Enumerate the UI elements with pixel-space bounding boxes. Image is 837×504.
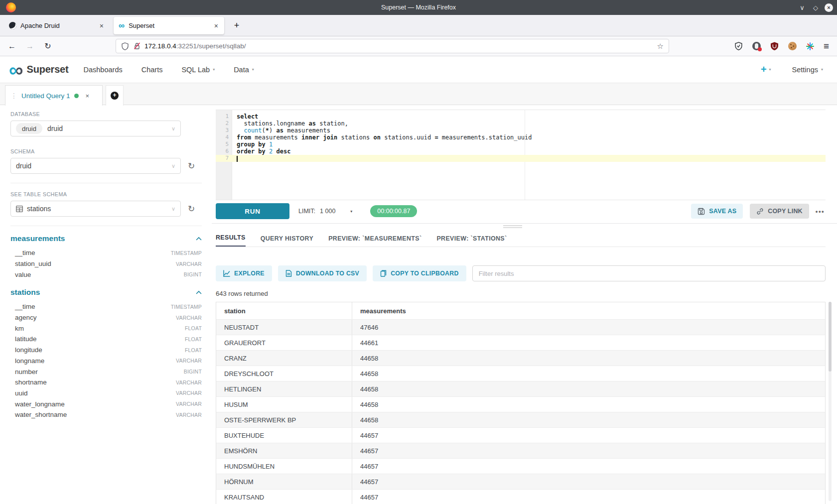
line-number: 2 <box>216 120 232 127</box>
editor-line[interactable]: 7 <box>216 155 826 162</box>
window-maximize-icon[interactable]: ◇ <box>811 4 820 11</box>
tab-close-icon[interactable]: × <box>99 22 105 30</box>
copy-clipboard-button[interactable]: COPY TO CLIPBOARD <box>373 265 466 281</box>
extension-ublock-icon[interactable] <box>770 41 779 51</box>
editor-line[interactable]: 2 stations.longname as station, <box>216 120 826 127</box>
download-csv-button[interactable]: DOWNLOAD TO CSV <box>278 265 367 281</box>
table-row[interactable]: OSTE-SPERRWERK BP44658 <box>216 412 825 427</box>
add-query-tab-button[interactable]: + <box>106 85 124 106</box>
url-path: :32251/superset/sqllab/ <box>176 42 246 50</box>
new-item-button[interactable]: +▾ <box>761 64 771 75</box>
editor-line[interactable]: 6order by 2 desc <box>216 148 826 155</box>
schema-select[interactable]: druid ∨ <box>10 158 181 174</box>
refresh-schemas-icon[interactable]: ↻ <box>188 162 195 170</box>
filter-results-input[interactable] <box>472 265 826 281</box>
extension-mask-icon[interactable] <box>752 41 761 51</box>
extension-colorful-asterisk-icon[interactable] <box>806 41 815 51</box>
superset-navbar: ∞ Superset Dashboards Charts SQL Lab▾ Da… <box>0 56 837 83</box>
download-csv-icon <box>285 270 292 277</box>
query-tab-untitled-query-1[interactable]: ⋮ Untitled Query 1 × <box>5 85 103 106</box>
explore-button[interactable]: EXPLORE <box>216 265 272 281</box>
extension-shield-icon[interactable] <box>734 41 743 51</box>
explore-icon <box>223 270 230 277</box>
lock-insecure-icon[interactable] <box>134 42 140 50</box>
limit-dropdown[interactable]: LIMIT: 1 000 ▾ <box>298 208 352 215</box>
sql-editor[interactable]: 1select2 stations.longname as station,3 … <box>216 110 826 200</box>
row-count-text: 643 rows returned <box>216 290 268 297</box>
window-close-icon[interactable]: × <box>825 3 833 12</box>
more-options-button[interactable]: ••• <box>816 208 825 215</box>
results-tab-preview-stations[interactable]: PREVIEW: `STATIONS` <box>436 235 507 247</box>
superset-logo[interactable]: ∞ Superset <box>9 61 69 78</box>
shield-icon[interactable] <box>121 42 129 50</box>
schema-column: agencyVARCHAR <box>10 312 202 323</box>
tab-close-icon[interactable]: × <box>213 22 219 30</box>
save-as-button[interactable]: SAVE AS <box>691 204 743 219</box>
chevron-up-icon[interactable] <box>196 290 202 294</box>
cell-measurements: 47646 <box>352 320 825 335</box>
table-row[interactable]: HETLINGEN44658 <box>216 381 825 396</box>
nav-item-dashboards[interactable]: Dashboards <box>84 66 123 74</box>
run-button[interactable]: RUN <box>216 203 289 219</box>
cell-measurements: 44658 <box>352 351 825 366</box>
table-row[interactable]: EMSHÖRN44657 <box>216 443 825 458</box>
nav-item-data[interactable]: Data▾ <box>234 66 254 74</box>
browser-tab-apache-druid[interactable]: Apache Druid × <box>4 17 110 34</box>
editor-line[interactable]: 5group by 1 <box>216 141 826 148</box>
table-row[interactable]: NEUSTADT47646 <box>216 319 825 335</box>
query-tab-close-icon[interactable]: × <box>86 92 90 100</box>
menu-icon[interactable]: ≡ <box>824 41 829 52</box>
browser-tabstrip: Apache Druid × ∞ Superset × + <box>0 15 837 36</box>
editor-line[interactable]: 4from measurements inner join stations o… <box>216 134 826 141</box>
editor-line[interactable]: 1select <box>216 113 826 120</box>
results-tab-results[interactable]: RESULTS <box>216 234 246 247</box>
editor-line[interactable]: 3 count(*) as measurements <box>216 127 826 134</box>
table-row[interactable]: CRANZ44658 <box>216 350 825 366</box>
database-select[interactable]: druid druid ∨ <box>10 121 181 136</box>
extension-cookie-icon[interactable] <box>788 41 797 51</box>
code-text: order by 2 desc <box>232 148 290 155</box>
reload-icon[interactable]: ↻ <box>41 36 55 56</box>
table-grid-icon <box>16 206 23 212</box>
url-bar[interactable]: 172.18.0.4:32251/superset/sqllab/ ☆ <box>116 39 669 53</box>
new-tab-button[interactable]: + <box>230 19 243 32</box>
table-row[interactable]: BUXTEHUDE44657 <box>216 427 825 443</box>
nav-item-charts[interactable]: Charts <box>141 66 163 74</box>
table-schema-select[interactable]: stations ∨ <box>10 201 181 217</box>
column-name: __time <box>10 249 35 256</box>
superset-favicon: ∞ <box>119 22 125 29</box>
column-type: VARCHAR <box>176 315 202 321</box>
table-row[interactable]: HÖRNUM44657 <box>216 474 825 489</box>
column-header-station[interactable]: station <box>216 302 352 319</box>
pane-resize-handle[interactable] <box>503 225 522 229</box>
browser-toolbar: ← → ↻ 172.18.0.4:32251/superset/sqllab/ … <box>0 36 837 56</box>
results-tab-query-history[interactable]: QUERY HISTORY <box>261 235 313 247</box>
drag-dots-icon[interactable]: ⋮ <box>10 92 17 100</box>
copy-link-button[interactable]: COPY LINK <box>750 204 809 219</box>
browser-tab-superset[interactable]: ∞ Superset × <box>114 17 224 34</box>
results-table-body: NEUSTADT47646GRAUERORT44661CRANZ44658DRE… <box>216 319 825 504</box>
results-table-header[interactable]: station measurements <box>216 302 825 319</box>
schema-column: numberBIGINT <box>10 366 202 377</box>
table-row[interactable]: GRAUERORT44661 <box>216 335 825 350</box>
results-tab-preview-measurements[interactable]: PREVIEW: `MEASUREMENTS` <box>328 235 421 247</box>
settings-menu[interactable]: Settings▾ <box>792 66 823 74</box>
forward-icon[interactable]: → <box>23 36 37 56</box>
nav-item-sql-lab[interactable]: SQL Lab▾ <box>181 66 215 74</box>
table-row[interactable]: KRAUTSAND44657 <box>216 489 825 504</box>
schema-table-measurements[interactable]: measurements <box>10 234 202 243</box>
column-name: water_longname <box>10 400 65 408</box>
results-scrollbar-thumb[interactable] <box>829 302 832 372</box>
column-header-measurements[interactable]: measurements <box>352 302 825 319</box>
refresh-tables-icon[interactable]: ↻ <box>188 205 195 213</box>
chevron-up-icon[interactable] <box>196 237 202 241</box>
url-text[interactable]: 172.18.0.4:32251/superset/sqllab/ <box>144 42 246 50</box>
table-row[interactable]: DREYSCHLOOT44658 <box>216 366 825 381</box>
table-row[interactable]: HUSUM44658 <box>216 396 825 412</box>
window-minimize-icon[interactable]: ∨ <box>798 4 807 11</box>
schema-table-stations[interactable]: stations <box>10 288 202 297</box>
sqllab-left-panel: DATABASE druid druid ∨ SCHEMA druid ∨ ↻ … <box>5 105 208 422</box>
bookmark-star-icon[interactable]: ☆ <box>657 42 664 51</box>
back-icon[interactable]: ← <box>5 36 19 56</box>
table-row[interactable]: HUNDSMÜHLEN44657 <box>216 458 825 474</box>
